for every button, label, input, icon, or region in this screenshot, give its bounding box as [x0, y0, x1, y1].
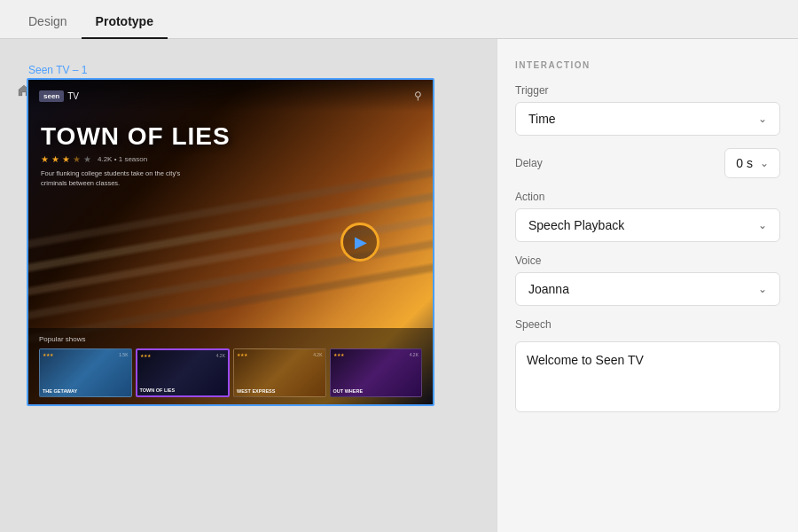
- show-label-3: WEST EXPRESS: [237, 388, 275, 394]
- action-dropdown[interactable]: Speech Playback ⌄: [515, 208, 780, 242]
- seen-tv-text: TV: [67, 91, 79, 101]
- action-dropdown-arrow: ⌄: [758, 219, 767, 231]
- trigger-value: Time: [528, 112, 556, 126]
- tv-title-area: TOWN OF LIES ★ ★ ★ ★ ★ 4.2K • 1 season F…: [41, 124, 231, 188]
- tab-design[interactable]: Design: [14, 5, 82, 39]
- interaction-section-title: INTERACTION: [515, 60, 780, 70]
- action-value: Speech Playback: [528, 218, 624, 232]
- tv-description: Four flunking college students take on t…: [41, 169, 183, 188]
- voice-dropdown[interactable]: Joanna ⌄: [515, 272, 780, 306]
- show-count-1: 1.5K: [119, 352, 128, 357]
- trigger-dropdown-arrow: ⌄: [758, 113, 767, 125]
- trigger-dropdown[interactable]: Time ⌄: [515, 102, 780, 136]
- action-label: Action: [515, 191, 780, 203]
- show-thumb-2[interactable]: ★★★ 4.2K TOWN OF LIES: [136, 348, 231, 397]
- seen-logo: seen TV: [39, 90, 79, 102]
- tv-mockup: seen TV ⚲ TOWN OF LIES ★ ★ ★ ★ ★: [27, 78, 434, 406]
- delay-label: Delay: [515, 157, 543, 169]
- search-icon[interactable]: ⚲: [414, 90, 422, 102]
- show-thumb-1[interactable]: ★★★ 1.5K THE GETAWAY: [39, 348, 132, 397]
- popular-label: Popular shows: [39, 335, 422, 343]
- show-thumb-3[interactable]: ★★★ 4.2K WEST EXPRESS: [233, 348, 326, 397]
- tab-bar: Design Prototype: [0, 0, 798, 39]
- show-label-4: OUT WHERE: [333, 388, 364, 394]
- show-thumb-4[interactable]: ★★★ 4.2K OUT WHERE: [330, 348, 423, 397]
- show-stars-3: ★★★: [237, 352, 247, 357]
- show-count-2: 4.2K: [216, 353, 225, 358]
- show-stars-4: ★★★: [333, 352, 344, 357]
- star-4: ★: [73, 154, 81, 164]
- star-5: ★: [83, 154, 91, 164]
- canvas-area: Seen TV – 1 seen TV ⚲: [0, 39, 497, 532]
- show-count-4: 4.2K: [410, 352, 419, 357]
- voice-label: Voice: [515, 254, 780, 267]
- tab-prototype[interactable]: Prototype: [82, 5, 168, 39]
- delay-dropdown[interactable]: 0 s ⌄: [724, 148, 780, 178]
- show-stars-1: ★★★: [43, 352, 53, 357]
- rating-info: 4.2K • 1 season: [98, 155, 147, 163]
- delay-dropdown-arrow: ⌄: [760, 157, 769, 169]
- tv-top-bar: seen TV ⚲: [28, 80, 433, 112]
- show-count-3: 4.2K: [313, 352, 322, 357]
- tv-screen: seen TV ⚲ TOWN OF LIES ★ ★ ★ ★ ★: [28, 80, 433, 404]
- frame-label: Seen TV – 1: [28, 64, 88, 76]
- trigger-label: Trigger: [515, 84, 780, 97]
- voice-dropdown-arrow: ⌄: [758, 283, 767, 295]
- delay-value: 0 s: [736, 156, 753, 170]
- play-button[interactable]: ▶: [340, 223, 379, 262]
- right-panel: INTERACTION Trigger Time ⌄ Delay 0 s ⌄ A…: [497, 39, 798, 532]
- show-label-1: THE GETAWAY: [43, 388, 77, 394]
- seen-badge: seen: [39, 90, 64, 102]
- main-content: Seen TV – 1 seen TV ⚲: [0, 39, 798, 532]
- delay-row: Delay 0 s ⌄: [515, 148, 780, 178]
- show-thumbs: ★★★ 1.5K THE GETAWAY ★★★ 4.2K TOWN OF LI…: [39, 348, 422, 397]
- play-icon: ▶: [355, 232, 367, 252]
- speech-textarea[interactable]: [515, 341, 780, 412]
- star-1: ★: [41, 154, 49, 164]
- show-stars-2: ★★★: [140, 353, 151, 358]
- main-title: TOWN OF LIES: [41, 124, 231, 149]
- star-2: ★: [51, 154, 59, 164]
- voice-value: Joanna: [528, 282, 569, 296]
- stars-row: ★ ★ ★ ★ ★ 4.2K • 1 season: [41, 154, 231, 164]
- speech-label: Speech: [515, 318, 780, 331]
- show-label-2: TOWN OF LIES: [140, 387, 176, 393]
- star-3: ★: [62, 154, 70, 164]
- popular-shows: Popular shows ★★★ 1.5K THE GETAWAY ★★★ 4…: [28, 328, 433, 404]
